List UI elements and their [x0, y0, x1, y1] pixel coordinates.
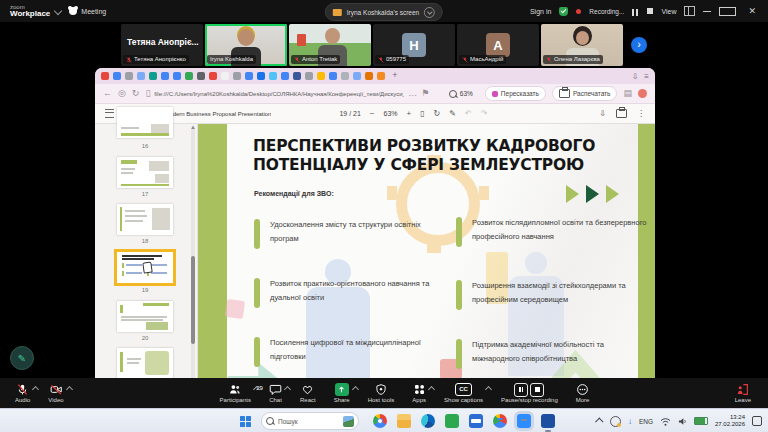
pdf-print-icon[interactable] [616, 109, 627, 118]
scroll-up-icon[interactable]: ▲ [190, 124, 196, 130]
more-button[interactable]: More [567, 383, 599, 403]
tab-favicon[interactable] [281, 72, 289, 80]
participant-tile[interactable]: Олена Лазарєва [541, 24, 623, 66]
next-participants-button[interactable]: › [631, 37, 647, 53]
tray-overflow-chevron[interactable] [595, 417, 603, 425]
tab-favicon[interactable] [317, 72, 325, 80]
taskbar-search[interactable]: Пошук [261, 412, 359, 430]
audio-options-chevron[interactable] [32, 386, 39, 393]
edge-app-icon[interactable] [421, 414, 435, 428]
rotate-icon[interactable]: ↻ [434, 109, 441, 118]
participant-tile[interactable]: H 059775 [373, 24, 455, 66]
tab-favicon[interactable] [353, 72, 361, 80]
tab-favicon[interactable] [365, 72, 373, 80]
zoom-in-button[interactable]: + [407, 109, 412, 118]
file-explorer-icon[interactable] [397, 414, 411, 428]
zoom-app-icon[interactable] [517, 414, 531, 428]
notifications-icon[interactable] [752, 416, 762, 426]
tab-favicon[interactable] [293, 72, 301, 80]
tab-favicon[interactable] [161, 72, 169, 80]
participant-tile[interactable]: A МасьАндрій [457, 24, 539, 66]
thumbnail-scrollbar[interactable] [191, 128, 195, 378]
tab-favicon[interactable] [257, 72, 265, 80]
annotate-pen-icon[interactable]: ✎ [449, 109, 456, 118]
stop-recording-icon[interactable] [530, 383, 544, 397]
close-button[interactable]: ✕ [744, 6, 760, 16]
pause-recording-button[interactable] [632, 2, 639, 20]
pause-recording-icon[interactable] [514, 383, 528, 397]
tab-favicon[interactable] [209, 72, 217, 80]
shared-screen-pill[interactable]: Iryna Koshkalda's screen [325, 3, 443, 21]
download-tray-icon[interactable]: ↓ [628, 417, 632, 426]
pdf-sidebar-toggle-icon[interactable] [105, 109, 114, 118]
annotation-button[interactable]: ✎ [10, 346, 34, 370]
participant-tile[interactable]: Тетяна Анопріє... Тетяна Анопрієнко [121, 24, 203, 66]
stop-recording-button[interactable] [647, 8, 653, 14]
green-app-icon[interactable] [445, 414, 459, 428]
leave-button[interactable]: Leave [726, 383, 760, 403]
tab-favicon[interactable] [305, 72, 313, 80]
tab-favicon[interactable] [329, 72, 337, 80]
workspace-chevron-icon[interactable] [54, 7, 62, 15]
apps-button[interactable]: Apps [403, 383, 435, 403]
captions-options-chevron[interactable] [485, 386, 492, 393]
minimize-button[interactable] [703, 11, 711, 12]
tab-favicon[interactable] [101, 72, 109, 80]
tab-favicon[interactable] [185, 72, 193, 80]
url-more-icon[interactable]: … [408, 89, 417, 98]
participant-tile-active-speaker[interactable]: Iryna Koshkalda [205, 24, 287, 66]
speaker-icon[interactable] [678, 417, 687, 426]
tab-menu-icon[interactable]: ≡ [644, 72, 649, 81]
tab-favicon[interactable] [233, 72, 241, 80]
captions-button[interactable]: Show captions [435, 383, 492, 403]
thumbnail-page-20[interactable] [117, 301, 173, 332]
participant-tile[interactable]: Anton Tretiak [289, 24, 371, 66]
page-zoom-chip[interactable]: 63% [443, 87, 479, 100]
language-indicator[interactable]: ENG [639, 418, 653, 425]
thumbnail-page-16[interactable] [117, 107, 173, 138]
apps-options-chevron[interactable] [428, 386, 435, 393]
audio-button[interactable]: Audio [6, 383, 39, 403]
tab-favicon[interactable] [197, 72, 205, 80]
tab-favicon[interactable] [377, 72, 385, 80]
chat-options-chevron[interactable] [284, 386, 291, 393]
tab-favicon[interactable] [137, 72, 145, 80]
reload-icon[interactable]: ↻ [132, 89, 140, 98]
pdf-more-icon[interactable]: ⋮ [637, 109, 645, 118]
word-app-icon[interactable] [541, 414, 555, 428]
view-grid-icon[interactable] [684, 6, 695, 16]
undo-icon[interactable]: ↶ [465, 109, 472, 118]
share-options-chevron[interactable] [352, 386, 359, 393]
downloads-icon[interactable]: ⇩ [632, 72, 639, 81]
bookmark-icon[interactable]: ⚑ [421, 89, 429, 98]
chrome-app-icon[interactable] [493, 414, 507, 428]
tab-favicon[interactable] [149, 72, 157, 80]
sidebar-panel-icon[interactable]: ▤ [623, 89, 632, 98]
redo-icon[interactable]: ↷ [481, 109, 488, 118]
tab-favicon[interactable] [269, 72, 277, 80]
new-tab-button[interactable]: + [390, 71, 400, 81]
video-options-chevron[interactable] [66, 386, 73, 393]
participants-button[interactable]: 29 Participants [211, 383, 260, 403]
pdf-page-indicator[interactable]: 19 / 21 [339, 110, 360, 117]
retell-button[interactable]: Пересказать [485, 86, 546, 101]
video-button[interactable]: Video [39, 383, 72, 403]
browser-app-icon[interactable] [373, 414, 387, 428]
pdf-zoom-level[interactable]: 63% [384, 110, 398, 117]
tab-favicon[interactable] [113, 72, 121, 80]
tab-favicon[interactable] [245, 72, 253, 80]
sign-in-button[interactable]: Sign in [530, 8, 551, 15]
tab-favicon[interactable] [221, 72, 229, 80]
thumbnail-page-21[interactable] [117, 348, 173, 378]
chat-button[interactable]: Chat [260, 383, 291, 403]
encryption-shield-icon[interactable] [559, 7, 568, 16]
start-button[interactable] [240, 416, 251, 427]
url-field[interactable]: ▯ file:///C:/Users/Iryna%20Koshkalda/Des… [145, 89, 436, 98]
download-icon[interactable]: ⇩ [599, 109, 606, 118]
clock[interactable]: 13:24 27.02.2026 [715, 414, 745, 428]
share-button[interactable]: Share [325, 383, 359, 403]
host-tools-button[interactable]: Host tools [359, 383, 404, 403]
meeting-tab[interactable]: Meeting [81, 8, 106, 15]
tab-favicon[interactable] [173, 72, 181, 80]
thumbnail-page-18[interactable] [117, 204, 173, 235]
